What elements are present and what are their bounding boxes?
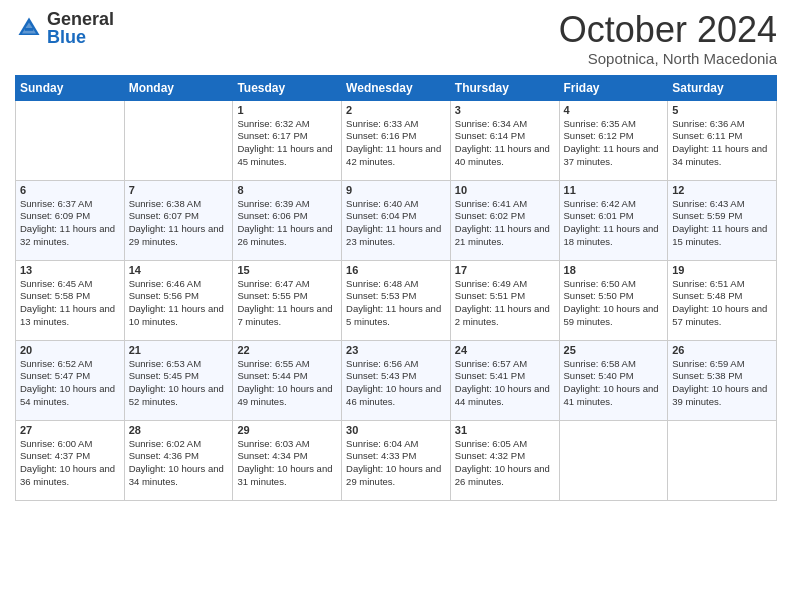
day-number: 8	[237, 184, 337, 196]
week-row-3: 13Sunrise: 6:45 AMSunset: 5:58 PMDayligh…	[16, 260, 777, 340]
day-number: 1	[237, 104, 337, 116]
day-info: Sunrise: 6:34 AMSunset: 6:14 PMDaylight:…	[455, 118, 555, 169]
day-info: Sunrise: 6:35 AMSunset: 6:12 PMDaylight:…	[564, 118, 664, 169]
day-number: 29	[237, 424, 337, 436]
day-number: 13	[20, 264, 120, 276]
day-number: 26	[672, 344, 772, 356]
col-saturday: Saturday	[668, 75, 777, 100]
day-info: Sunrise: 6:02 AMSunset: 4:36 PMDaylight:…	[129, 438, 229, 489]
day-info: Sunrise: 6:53 AMSunset: 5:45 PMDaylight:…	[129, 358, 229, 409]
day-cell: 14Sunrise: 6:46 AMSunset: 5:56 PMDayligh…	[124, 260, 233, 340]
day-info: Sunrise: 6:43 AMSunset: 5:59 PMDaylight:…	[672, 198, 772, 249]
day-number: 3	[455, 104, 555, 116]
col-monday: Monday	[124, 75, 233, 100]
day-number: 11	[564, 184, 664, 196]
day-cell: 22Sunrise: 6:55 AMSunset: 5:44 PMDayligh…	[233, 340, 342, 420]
day-number: 9	[346, 184, 446, 196]
day-cell: 7Sunrise: 6:38 AMSunset: 6:07 PMDaylight…	[124, 180, 233, 260]
day-info: Sunrise: 6:05 AMSunset: 4:32 PMDaylight:…	[455, 438, 555, 489]
day-info: Sunrise: 6:57 AMSunset: 5:41 PMDaylight:…	[455, 358, 555, 409]
day-cell: 24Sunrise: 6:57 AMSunset: 5:41 PMDayligh…	[450, 340, 559, 420]
day-number: 10	[455, 184, 555, 196]
day-info: Sunrise: 6:59 AMSunset: 5:38 PMDaylight:…	[672, 358, 772, 409]
day-info: Sunrise: 6:32 AMSunset: 6:17 PMDaylight:…	[237, 118, 337, 169]
day-info: Sunrise: 6:46 AMSunset: 5:56 PMDaylight:…	[129, 278, 229, 329]
day-number: 20	[20, 344, 120, 356]
col-sunday: Sunday	[16, 75, 125, 100]
day-cell: 15Sunrise: 6:47 AMSunset: 5:55 PMDayligh…	[233, 260, 342, 340]
svg-rect-2	[25, 28, 33, 31]
calendar-header-row: Sunday Monday Tuesday Wednesday Thursday…	[16, 75, 777, 100]
logo-blue: Blue	[47, 27, 86, 47]
day-number: 28	[129, 424, 229, 436]
day-info: Sunrise: 6:55 AMSunset: 5:44 PMDaylight:…	[237, 358, 337, 409]
day-cell: 19Sunrise: 6:51 AMSunset: 5:48 PMDayligh…	[668, 260, 777, 340]
day-cell: 12Sunrise: 6:43 AMSunset: 5:59 PMDayligh…	[668, 180, 777, 260]
day-cell: 23Sunrise: 6:56 AMSunset: 5:43 PMDayligh…	[342, 340, 451, 420]
day-number: 2	[346, 104, 446, 116]
day-cell: 31Sunrise: 6:05 AMSunset: 4:32 PMDayligh…	[450, 420, 559, 500]
day-number: 18	[564, 264, 664, 276]
day-number: 25	[564, 344, 664, 356]
day-info: Sunrise: 6:39 AMSunset: 6:06 PMDaylight:…	[237, 198, 337, 249]
col-friday: Friday	[559, 75, 668, 100]
day-cell: 11Sunrise: 6:42 AMSunset: 6:01 PMDayligh…	[559, 180, 668, 260]
day-cell	[16, 100, 125, 180]
logo-text: General Blue	[47, 10, 114, 46]
day-cell: 13Sunrise: 6:45 AMSunset: 5:58 PMDayligh…	[16, 260, 125, 340]
day-cell: 8Sunrise: 6:39 AMSunset: 6:06 PMDaylight…	[233, 180, 342, 260]
col-thursday: Thursday	[450, 75, 559, 100]
day-info: Sunrise: 6:49 AMSunset: 5:51 PMDaylight:…	[455, 278, 555, 329]
day-info: Sunrise: 6:41 AMSunset: 6:02 PMDaylight:…	[455, 198, 555, 249]
day-number: 4	[564, 104, 664, 116]
day-cell: 9Sunrise: 6:40 AMSunset: 6:04 PMDaylight…	[342, 180, 451, 260]
day-cell: 6Sunrise: 6:37 AMSunset: 6:09 PMDaylight…	[16, 180, 125, 260]
week-row-2: 6Sunrise: 6:37 AMSunset: 6:09 PMDaylight…	[16, 180, 777, 260]
day-info: Sunrise: 6:33 AMSunset: 6:16 PMDaylight:…	[346, 118, 446, 169]
col-tuesday: Tuesday	[233, 75, 342, 100]
day-number: 24	[455, 344, 555, 356]
logo-icon	[15, 14, 43, 42]
day-number: 16	[346, 264, 446, 276]
day-info: Sunrise: 6:45 AMSunset: 5:58 PMDaylight:…	[20, 278, 120, 329]
day-info: Sunrise: 6:56 AMSunset: 5:43 PMDaylight:…	[346, 358, 446, 409]
day-info: Sunrise: 6:51 AMSunset: 5:48 PMDaylight:…	[672, 278, 772, 329]
day-cell: 29Sunrise: 6:03 AMSunset: 4:34 PMDayligh…	[233, 420, 342, 500]
day-info: Sunrise: 6:00 AMSunset: 4:37 PMDaylight:…	[20, 438, 120, 489]
week-row-1: 1Sunrise: 6:32 AMSunset: 6:17 PMDaylight…	[16, 100, 777, 180]
page: General Blue October 2024 Sopotnica, Nor…	[0, 0, 792, 612]
day-info: Sunrise: 6:37 AMSunset: 6:09 PMDaylight:…	[20, 198, 120, 249]
day-number: 12	[672, 184, 772, 196]
day-number: 30	[346, 424, 446, 436]
day-info: Sunrise: 6:36 AMSunset: 6:11 PMDaylight:…	[672, 118, 772, 169]
week-row-5: 27Sunrise: 6:00 AMSunset: 4:37 PMDayligh…	[16, 420, 777, 500]
day-cell	[124, 100, 233, 180]
day-cell: 21Sunrise: 6:53 AMSunset: 5:45 PMDayligh…	[124, 340, 233, 420]
header: General Blue October 2024 Sopotnica, Nor…	[15, 10, 777, 67]
day-cell: 4Sunrise: 6:35 AMSunset: 6:12 PMDaylight…	[559, 100, 668, 180]
logo: General Blue	[15, 10, 114, 46]
day-number: 31	[455, 424, 555, 436]
calendar: Sunday Monday Tuesday Wednesday Thursday…	[15, 75, 777, 501]
day-info: Sunrise: 6:03 AMSunset: 4:34 PMDaylight:…	[237, 438, 337, 489]
day-number: 19	[672, 264, 772, 276]
day-info: Sunrise: 6:47 AMSunset: 5:55 PMDaylight:…	[237, 278, 337, 329]
day-cell: 25Sunrise: 6:58 AMSunset: 5:40 PMDayligh…	[559, 340, 668, 420]
day-cell	[559, 420, 668, 500]
day-info: Sunrise: 6:48 AMSunset: 5:53 PMDaylight:…	[346, 278, 446, 329]
day-cell: 17Sunrise: 6:49 AMSunset: 5:51 PMDayligh…	[450, 260, 559, 340]
day-cell: 16Sunrise: 6:48 AMSunset: 5:53 PMDayligh…	[342, 260, 451, 340]
day-cell: 18Sunrise: 6:50 AMSunset: 5:50 PMDayligh…	[559, 260, 668, 340]
day-number: 14	[129, 264, 229, 276]
month-title: October 2024	[559, 10, 777, 50]
day-info: Sunrise: 6:38 AMSunset: 6:07 PMDaylight:…	[129, 198, 229, 249]
col-wednesday: Wednesday	[342, 75, 451, 100]
day-number: 15	[237, 264, 337, 276]
day-cell: 10Sunrise: 6:41 AMSunset: 6:02 PMDayligh…	[450, 180, 559, 260]
day-cell: 26Sunrise: 6:59 AMSunset: 5:38 PMDayligh…	[668, 340, 777, 420]
day-number: 27	[20, 424, 120, 436]
day-number: 22	[237, 344, 337, 356]
day-cell: 5Sunrise: 6:36 AMSunset: 6:11 PMDaylight…	[668, 100, 777, 180]
day-number: 7	[129, 184, 229, 196]
day-cell: 28Sunrise: 6:02 AMSunset: 4:36 PMDayligh…	[124, 420, 233, 500]
